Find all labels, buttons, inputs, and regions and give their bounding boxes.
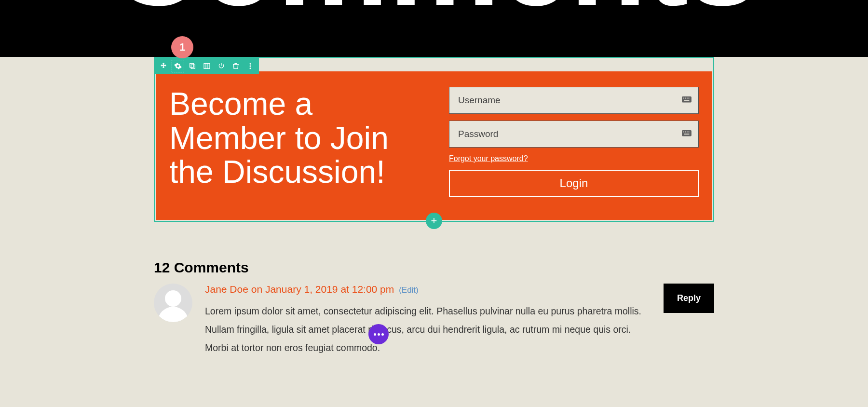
svg-rect-18 xyxy=(689,132,690,133)
more-icon[interactable] xyxy=(244,59,257,73)
section-toolbar xyxy=(155,58,259,74)
edit-comment-link[interactable]: (Edit) xyxy=(399,285,419,295)
svg-rect-14 xyxy=(682,130,692,136)
username-input[interactable] xyxy=(449,87,699,114)
password-wrap xyxy=(449,121,699,148)
avatar xyxy=(154,284,192,322)
svg-rect-13 xyxy=(684,100,690,101)
comment-date: January 1, 2019 at 12:00 pm xyxy=(265,284,394,295)
svg-rect-16 xyxy=(685,132,686,133)
dot-icon xyxy=(378,333,380,336)
comment-body: Jane Doe on January 1, 2019 at 12:00 pm … xyxy=(205,284,714,357)
svg-point-6 xyxy=(250,66,251,67)
columns-icon[interactable] xyxy=(200,59,214,73)
power-icon[interactable] xyxy=(215,59,228,73)
add-section-button[interactable]: + xyxy=(426,213,442,229)
comment-item: Jane Doe on January 1, 2019 at 12:00 pm … xyxy=(154,284,714,357)
svg-rect-15 xyxy=(683,132,684,133)
autofill-icon xyxy=(681,96,692,105)
svg-rect-11 xyxy=(687,98,688,99)
dot-icon xyxy=(374,333,376,336)
comment-date-prefix: on xyxy=(248,284,265,295)
gear-icon[interactable] xyxy=(171,59,185,73)
svg-rect-12 xyxy=(689,98,690,99)
svg-rect-0 xyxy=(190,64,194,68)
dot-icon xyxy=(381,333,384,336)
password-input[interactable] xyxy=(449,121,699,148)
svg-rect-8 xyxy=(682,96,692,103)
login-form: Forgot your password? Login xyxy=(449,87,699,197)
page-title: Comments xyxy=(110,0,758,24)
svg-rect-10 xyxy=(685,98,686,99)
login-button[interactable]: Login xyxy=(449,170,699,197)
svg-rect-19 xyxy=(684,134,690,135)
move-icon[interactable] xyxy=(157,59,170,73)
reply-button[interactable]: Reply xyxy=(664,284,714,313)
svg-rect-17 xyxy=(687,132,688,133)
trash-icon[interactable] xyxy=(229,59,243,73)
editor-section: Become a Member to Join the Discussion! … xyxy=(154,57,714,222)
forgot-password-link[interactable]: Forgot your password? xyxy=(449,154,699,163)
main-container: 1 Be xyxy=(154,57,714,357)
svg-point-7 xyxy=(250,68,251,68)
comments-count-heading: 12 Comments xyxy=(154,259,714,276)
cta-left: Become a Member to Join the Discussion! xyxy=(169,87,432,197)
step-badge: 1 xyxy=(171,36,193,58)
page-header: Comments xyxy=(0,0,868,57)
floating-actions-button[interactable] xyxy=(368,324,389,344)
comment-author[interactable]: Jane Doe xyxy=(205,284,248,295)
svg-rect-1 xyxy=(191,65,195,68)
comment-meta: Jane Doe on January 1, 2019 at 12:00 pm … xyxy=(205,284,714,295)
cta-heading: Become a Member to Join the Discussion! xyxy=(169,87,432,189)
cta-block: Become a Member to Join the Discussion! … xyxy=(156,71,712,220)
comment-text: Lorem ipsum dolor sit amet, consectetur … xyxy=(205,302,653,357)
username-wrap xyxy=(449,87,699,114)
svg-rect-9 xyxy=(683,98,684,99)
duplicate-icon[interactable] xyxy=(186,59,199,73)
svg-point-5 xyxy=(250,63,251,64)
svg-rect-2 xyxy=(204,64,210,69)
autofill-icon xyxy=(681,130,692,138)
comments-section: 12 Comments Jane Doe on January 1, 2019 … xyxy=(154,259,714,357)
